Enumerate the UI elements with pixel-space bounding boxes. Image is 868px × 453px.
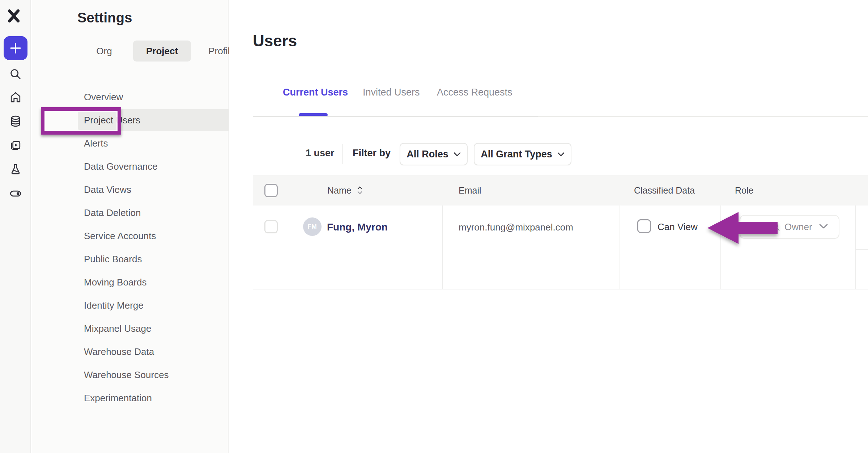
user-count: 1 user [306, 148, 335, 159]
column-header-role-label: Role [735, 185, 753, 196]
tab-project-label: Project [146, 46, 178, 57]
sidebar-item-label: Experimentation [78, 393, 152, 404]
classified-data-label: Can View [658, 221, 698, 233]
sidebar-item-identity-merge[interactable]: Identity Merge [78, 295, 249, 316]
sidebar-item-project-users[interactable]: Project Users [78, 109, 249, 131]
settings-sidebar: Settings Org Project Profile Overview Pr… [32, 0, 229, 453]
column-divider [855, 206, 856, 289]
tab-invited-users[interactable]: Invited Users [363, 87, 420, 98]
sidebar-item-service-accounts[interactable]: Service Accounts [78, 225, 249, 247]
sidebar-item-data-views[interactable]: Data Views [78, 179, 249, 200]
tab-current-users[interactable]: Current Users [283, 87, 348, 98]
create-new-button[interactable] [4, 36, 27, 60]
sort-icon[interactable] [357, 185, 363, 195]
tab-project[interactable]: Project [133, 41, 191, 62]
all-roles-label: All Roles [407, 149, 448, 160]
role-dropdown[interactable]: Owner [740, 215, 839, 239]
sidebar-item-label: Moving Boards [78, 277, 146, 288]
all-grant-types-label: All Grant Types [481, 149, 552, 160]
column-header-email-label: Email [459, 185, 481, 196]
plus-icon [9, 42, 22, 54]
sidebar-item-label: Alerts [78, 138, 108, 149]
all-grant-types-dropdown[interactable]: All Grant Types [474, 143, 571, 165]
select-all-checkbox[interactable] [264, 184, 278, 197]
main-content: Users Current Users Invited Users Access… [229, 0, 868, 453]
sidebar-item-mixpanel-usage[interactable]: Mixpanel Usage [78, 318, 249, 339]
chevron-down-icon [819, 224, 828, 229]
person-icon [771, 223, 781, 232]
data-management-icon[interactable] [8, 113, 24, 129]
page-title: Users [253, 32, 297, 50]
experiments-flask-icon[interactable] [8, 161, 24, 177]
chevron-down-icon [454, 152, 461, 157]
row-select-checkbox[interactable] [264, 220, 278, 233]
sidebar-item-experimentation[interactable]: Experimentation [78, 387, 249, 409]
sidebar-item-overview[interactable]: Overview [78, 86, 249, 108]
home-icon[interactable] [8, 89, 24, 105]
chevron-down-icon [557, 152, 565, 157]
user-email: myron.fung@mixpanel.com [459, 222, 573, 233]
tab-org-label: Org [96, 46, 112, 57]
sidebar-item-label: Project Users [78, 115, 140, 126]
role-value-label: Owner [784, 221, 812, 233]
app-icon-rail [0, 0, 31, 453]
column-header-role[interactable]: Role [735, 175, 753, 206]
sidebar-item-data-governance[interactable]: Data Governance [78, 156, 249, 177]
sidebar-item-label: Mixpanel Usage [78, 323, 151, 334]
classified-data-checkbox[interactable] [637, 219, 651, 233]
role-value: Owner [771, 221, 812, 233]
all-roles-dropdown[interactable]: All Roles [400, 143, 468, 165]
sidebar-item-moving-boards[interactable]: Moving Boards [78, 271, 249, 293]
column-header-name-label: Name [327, 185, 352, 196]
sidebar-item-alerts[interactable]: Alerts [78, 132, 249, 154]
tabs-divider-dark [253, 116, 538, 117]
search-icon[interactable] [8, 66, 24, 82]
column-header-email[interactable]: Email [459, 175, 481, 206]
row-divider-segment [855, 249, 868, 250]
tab-org[interactable]: Org [86, 41, 122, 62]
mixpanel-logo[interactable] [6, 8, 22, 24]
sidebar-item-label: Data Views [78, 184, 131, 195]
sidebar-item-label: Warehouse Data [78, 346, 154, 357]
column-header-classified-data[interactable]: Classified Data [634, 175, 695, 206]
filter-by-label: Filter by [353, 148, 391, 159]
feature-toggle-icon[interactable] [8, 186, 24, 202]
column-header-name[interactable]: Name [327, 175, 363, 206]
column-divider [442, 206, 443, 289]
column-divider [620, 206, 620, 289]
sidebar-item-label: Identity Merge [78, 300, 144, 311]
sidebar-item-label: Warehouse Sources [78, 369, 169, 381]
settings-title: Settings [77, 10, 132, 26]
column-header-classified-data-label: Classified Data [634, 185, 695, 196]
sidebar-item-label: Data Deletion [78, 207, 141, 219]
sidebar-item-label: Public Boards [78, 254, 142, 265]
avatar: FM [303, 217, 322, 236]
sidebar-item-label: Data Governance [78, 161, 158, 172]
user-name-link[interactable]: Fung, Myron [327, 221, 388, 233]
sidebar-item-label: Service Accounts [78, 230, 156, 242]
filter-divider [342, 144, 343, 164]
tab-access-requests[interactable]: Access Requests [437, 87, 512, 98]
sidebar-item-label: Overview [78, 92, 123, 103]
column-divider [720, 206, 721, 289]
sidebar-item-public-boards[interactable]: Public Boards [78, 248, 249, 270]
sidebar-item-warehouse-sources[interactable]: Warehouse Sources [78, 364, 249, 386]
boards-icon[interactable] [8, 137, 24, 153]
table-header: Name Email Classified Data Role [253, 175, 868, 206]
sidebar-item-warehouse-data[interactable]: Warehouse Data [78, 341, 249, 363]
mixpanel-settings-page: Settings Org Project Profile Overview Pr… [0, 0, 868, 453]
sidebar-item-data-deletion[interactable]: Data Deletion [78, 202, 249, 224]
